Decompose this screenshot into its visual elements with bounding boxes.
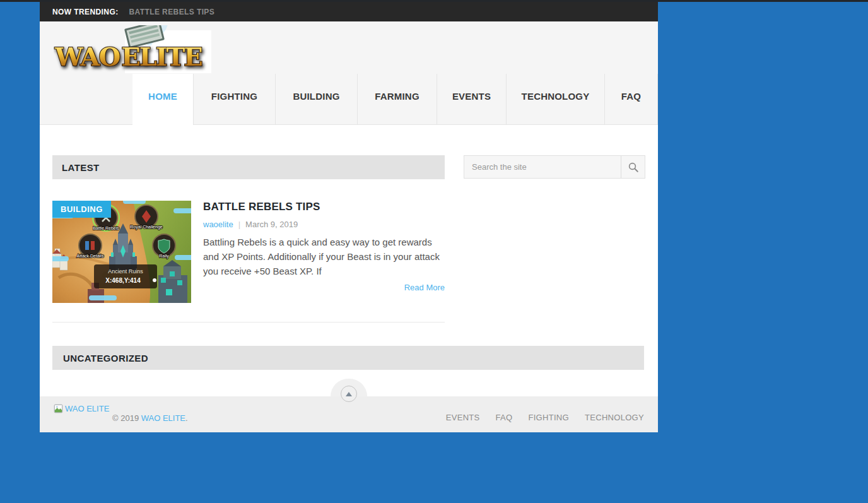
search-button[interactable] <box>621 156 645 178</box>
footer-nav-faq[interactable]: FAQ <box>496 413 513 422</box>
svg-text:Ancient Ruins: Ancient Ruins <box>108 268 143 275</box>
svg-text:X:468,Y:414: X:468,Y:414 <box>105 277 141 284</box>
trending-post-link[interactable]: BATTLE REBELS TIPS <box>129 8 215 16</box>
latest-section-header: LATEST <box>52 155 445 179</box>
nav-item-faq[interactable]: FAQ <box>605 74 658 124</box>
footer-nav-events[interactable]: EVENTS <box>446 413 480 422</box>
svg-text:Rally: Rally <box>159 254 169 259</box>
post-title-link[interactable]: BATTLE REBELS TIPS <box>203 201 320 213</box>
site-wrapper: NOW TRENDING: BATTLE REBELS TIPS <box>40 2 658 432</box>
post-author-link[interactable]: waoelite <box>203 220 233 229</box>
broken-image-icon <box>54 404 63 413</box>
nav-item-farming[interactable]: FARMING <box>358 74 437 124</box>
main-content: LATEST <box>40 125 658 396</box>
post-item: Battle Rebels Royal Challenge <box>52 201 445 303</box>
nav-item-home[interactable]: HOME <box>132 74 194 125</box>
category-badge[interactable]: BUILDING <box>52 201 111 218</box>
footer-logo-link[interactable]: WAO ELITE <box>54 404 109 413</box>
svg-text:Royal Challenge: Royal Challenge <box>130 225 162 230</box>
meta-separator: | <box>238 220 240 229</box>
site-footer: WAO ELITE © 2019 WAO ELITE. EVENTS FAQ F… <box>40 396 658 432</box>
uncategorized-section-header: UNCATEGORIZED <box>52 346 644 370</box>
footer-navigation: EVENTS FAQ FIGHTING TECHNOLOGY <box>446 413 644 422</box>
copyright-text: © 2019 WAO ELITE. <box>112 413 188 423</box>
search-widget <box>464 155 645 179</box>
post-excerpt: Battling Rebels is a quick and easy way … <box>203 235 445 278</box>
uncategorized-heading: UNCATEGORIZED <box>63 353 148 364</box>
read-more-link[interactable]: Read More <box>203 283 445 292</box>
footer-logo-alt-text: WAO ELITE <box>65 404 109 413</box>
copyright-site-link[interactable]: WAO ELITE <box>141 413 185 423</box>
main-navigation: HOME FIGHTING BUILDING FARMING EVENTS TE… <box>132 74 658 124</box>
nav-item-fighting[interactable]: FIGHTING <box>194 74 276 124</box>
footer-nav-fighting[interactable]: FIGHTING <box>528 413 569 422</box>
trending-bar: NOW TRENDING: BATTLE REBELS TIPS <box>40 2 658 21</box>
nav-item-building[interactable]: BUILDING <box>276 74 358 124</box>
post-date: March 9, 2019 <box>245 220 298 229</box>
svg-text:Attack Details: Attack Details <box>77 254 104 258</box>
coordinates-tooltip: Ancient Ruins X:468,Y:414 <box>94 264 157 288</box>
post-thumbnail[interactable]: Battle Rebels Royal Challenge <box>52 201 191 303</box>
up-arrow-icon <box>346 392 352 396</box>
latest-heading: LATEST <box>62 162 100 173</box>
svg-text:Battle Rebels: Battle Rebels <box>93 226 119 230</box>
post-divider <box>52 322 445 323</box>
site-header: WAOELITE HOME FIGHTING BUILDING FARMING … <box>40 21 658 125</box>
post-meta: waoelite|March 9, 2019 <box>203 220 445 229</box>
search-icon <box>628 162 639 173</box>
scroll-to-top-button[interactable] <box>341 386 357 402</box>
nav-item-technology[interactable]: TECHNOLOGY <box>507 74 605 124</box>
footer-nav-technology[interactable]: TECHNOLOGY <box>585 413 644 422</box>
trending-label: NOW TRENDING: <box>52 8 119 16</box>
nav-item-events[interactable]: EVENTS <box>437 74 507 124</box>
logo-text: WAOELITE <box>54 42 202 71</box>
post-body: BATTLE REBELS TIPS waoelite|March 9, 201… <box>191 201 445 303</box>
search-input[interactable] <box>464 156 621 178</box>
site-logo[interactable]: WAOELITE <box>54 25 211 73</box>
